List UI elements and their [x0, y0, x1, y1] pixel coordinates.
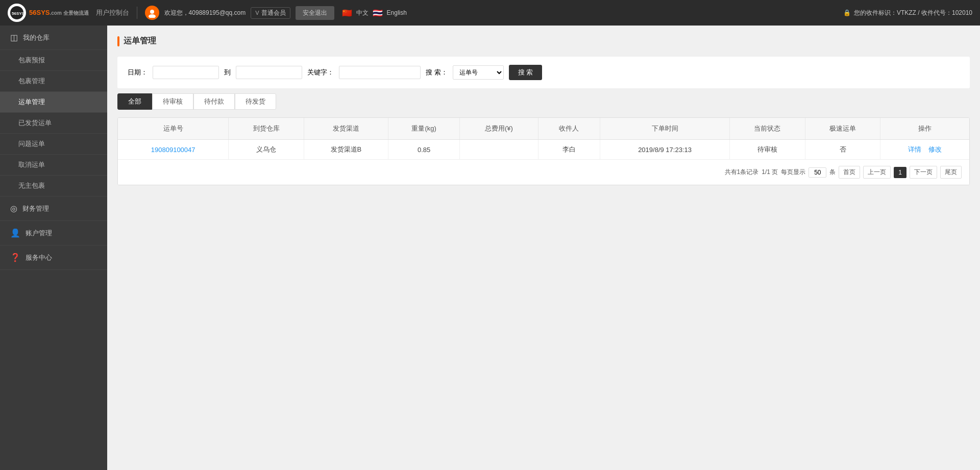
cell-warehouse: 义乌仓: [229, 140, 304, 160]
page-header: 运单管理: [117, 36, 970, 46]
service-icon: ❓: [10, 253, 20, 262]
search-bar: 日期： 到 关键字： 搜 索： 运单号 搜 索: [117, 57, 970, 88]
page-size-input[interactable]: [808, 167, 826, 178]
sidebar-item-label: 运单管理: [18, 97, 45, 107]
keyword-input[interactable]: [339, 66, 421, 79]
date-to-label: 到: [224, 68, 231, 77]
prev-page-button[interactable]: 上一页: [863, 166, 891, 179]
warehouse-icon: ◫: [10, 33, 18, 42]
col-warehouse: 到货仓库: [229, 118, 304, 140]
action-edit-link[interactable]: 修改: [928, 145, 942, 153]
sidebar-item-cancel-orders[interactable]: 取消运单: [0, 155, 107, 176]
date-label: 日期：: [128, 68, 148, 77]
sidebar-item-package-report[interactable]: 包裹预报: [0, 50, 107, 71]
logo-text: 56SYS.com 全景物流通: [29, 9, 89, 17]
lang-english[interactable]: English: [387, 9, 407, 16]
sidebar-account-label: 账户管理: [26, 229, 52, 238]
cn-flag: 🇨🇳: [342, 8, 352, 18]
cell-weight: 0.85: [388, 140, 459, 160]
cell-order-time: 2019/8/9 17:23:13: [600, 140, 729, 160]
tab-pending-review[interactable]: 待审核: [152, 93, 193, 110]
sidebar-item-warehouse[interactable]: ◫ 我的仓库: [0, 26, 107, 50]
pagination: 共有1条记录 1/1 页 每页显示 条 首页 上一页 1 下一页 尾页: [118, 159, 969, 185]
sidebar-item-package-manage[interactable]: 包裹管理: [0, 71, 107, 92]
sidebar-item-label: 包裹管理: [18, 77, 45, 86]
col-express: 极速运单: [805, 118, 880, 140]
cell-express: 否: [805, 140, 880, 160]
col-cost: 总费用(¥): [460, 118, 538, 140]
sidebar-service-label: 服务中心: [26, 253, 52, 262]
col-status: 当前状态: [730, 118, 805, 140]
header-right: 🔒 您的收件标识：VTKZZ / 收件代号：102010: [843, 9, 972, 17]
total-records: 共有1条记录: [725, 168, 759, 177]
sidebar-finance-label: 财务管理: [22, 204, 49, 213]
col-order-time: 下单时间: [600, 118, 729, 140]
page-info: 1/1 页: [762, 168, 778, 177]
language-section: 🇨🇳 中文 🇹🇭 English: [342, 8, 407, 18]
tab-pending-payment[interactable]: 待付款: [193, 93, 235, 110]
orders-table: 运单号 到货仓库 发货渠道 重量(kg) 总费用(¥) 收件人 下单时间 当前状…: [118, 118, 969, 159]
logo: 56SYS 56SYS.com 全景物流通: [8, 4, 89, 22]
first-page-button[interactable]: 首页: [839, 166, 860, 179]
search-type-select[interactable]: 运单号: [453, 65, 504, 80]
control-panel-label: 用户控制台: [96, 8, 129, 17]
order-no-link[interactable]: 190809100047: [151, 146, 195, 154]
date-to-input[interactable]: [236, 66, 302, 79]
col-channel: 发货渠道: [304, 118, 388, 140]
header: 56SYS 56SYS.com 全景物流通 用户控制台 欢迎您，40988919…: [0, 0, 980, 26]
cell-order-no: 190809100047: [118, 140, 229, 160]
cell-receiver: 李白: [538, 140, 600, 160]
logo-icon: 56SYS: [8, 4, 26, 22]
sidebar-item-label: 问题运单: [18, 139, 45, 149]
header-divider: [137, 7, 137, 19]
table-row: 190809100047 义乌仓 发货渠道B 0.85 李白 2019/8/9 …: [118, 140, 969, 160]
svg-point-2: [150, 10, 154, 14]
tab-bar: 全部 待审核 待付款 待发货: [117, 93, 970, 110]
tab-pending-shipment[interactable]: 待发货: [235, 93, 276, 110]
page-header-bar: [117, 36, 119, 46]
sidebar-item-problem-orders[interactable]: 问题运单: [0, 134, 107, 155]
main-content: 运单管理 日期： 到 关键字： 搜 索： 运单号 搜 索 全部 待审核 待付款 …: [107, 26, 980, 470]
sidebar-item-shipped-orders[interactable]: 已发货运单: [0, 113, 107, 134]
table-header-row: 运单号 到货仓库 发货渠道 重量(kg) 总费用(¥) 收件人 下单时间 当前状…: [118, 118, 969, 140]
table-container: 运单号 到货仓库 发货渠道 重量(kg) 总费用(¥) 收件人 下单时间 当前状…: [117, 117, 970, 185]
avatar: [145, 6, 159, 20]
sidebar-item-service[interactable]: ❓ 服务中心: [0, 245, 107, 270]
sidebar: ◫ 我的仓库 包裹预报 包裹管理 运单管理 已发货运单 问题运单 取消运单 无主…: [0, 26, 107, 470]
date-from-input[interactable]: [153, 66, 219, 79]
member-badge: V 普通会员: [251, 7, 290, 19]
layout: ◫ 我的仓库 包裹预报 包裹管理 运单管理 已发货运单 问题运单 取消运单 无主…: [0, 26, 980, 470]
keyword-label: 关键字：: [307, 68, 334, 77]
cell-status: 待审核: [730, 140, 805, 160]
col-actions: 操作: [880, 118, 969, 140]
lang-chinese[interactable]: 中文: [356, 9, 369, 17]
col-receiver: 收件人: [538, 118, 600, 140]
next-page-button[interactable]: 下一页: [910, 166, 937, 179]
sidebar-item-unclaimed[interactable]: 无主包裹: [0, 176, 107, 196]
tab-all[interactable]: 全部: [117, 93, 152, 110]
sidebar-item-label: 包裹预报: [18, 56, 45, 65]
sidebar-item-order-manage[interactable]: 运单管理: [0, 92, 107, 113]
sidebar-item-finance[interactable]: ◎ 财务管理: [0, 196, 107, 221]
search-button[interactable]: 搜 索: [509, 65, 543, 80]
cell-channel: 发货渠道B: [304, 140, 388, 160]
col-order-no: 运单号: [118, 118, 229, 140]
logout-button[interactable]: 安全退出: [296, 6, 334, 20]
lock-icon: 🔒: [843, 9, 851, 16]
page-size-label: 每页显示: [781, 168, 805, 177]
th-flag: 🇹🇭: [373, 8, 383, 18]
cell-cost: [460, 140, 538, 160]
sidebar-item-account[interactable]: 👤 账户管理: [0, 221, 107, 245]
receiver-info: 您的收件标识：VTKZZ / 收件代号：102010: [854, 9, 972, 17]
svg-text:56SYS: 56SYS: [12, 11, 24, 16]
col-weight: 重量(kg): [388, 118, 459, 140]
finance-icon: ◎: [10, 204, 17, 213]
last-page-button[interactable]: 尾页: [940, 166, 962, 179]
sidebar-item-label: 无主包裹: [18, 181, 45, 190]
per-page-unit: 条: [829, 168, 836, 177]
action-detail-link[interactable]: 详情: [908, 145, 921, 153]
welcome-text: 欢迎您，409889195@qq.com: [164, 9, 246, 17]
sidebar-warehouse-label: 我的仓库: [23, 33, 50, 42]
page-title: 运单管理: [124, 36, 156, 46]
current-page-button[interactable]: 1: [894, 167, 906, 178]
